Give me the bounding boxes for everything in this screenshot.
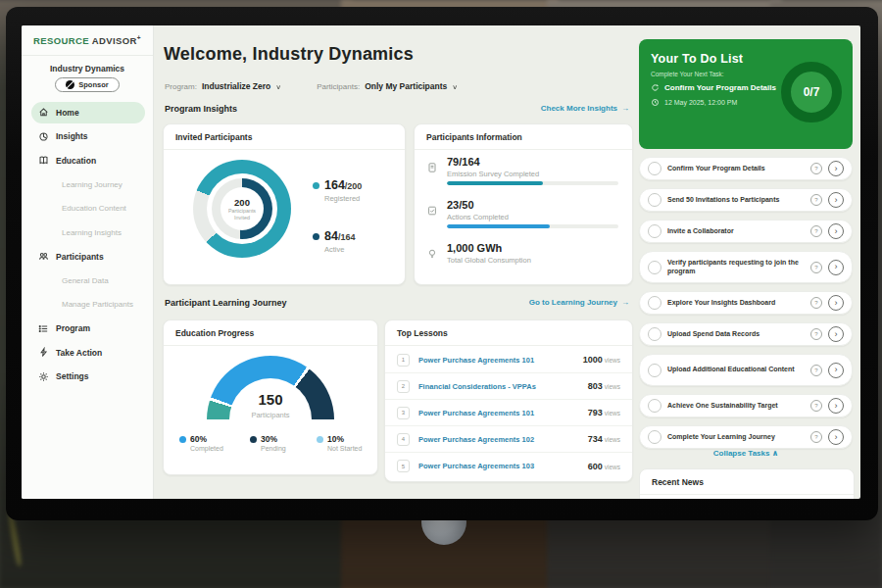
gauge-center-value: 150 bbox=[164, 391, 377, 408]
task-checkbox[interactable] bbox=[648, 327, 662, 341]
lesson-link[interactable]: Power Purchase Agreements 102 bbox=[418, 435, 588, 444]
info-icon[interactable]: ? bbox=[810, 163, 822, 174]
donut-center: 200 Participants Invited bbox=[220, 187, 264, 230]
task-checkbox[interactable] bbox=[648, 296, 662, 310]
sidebar-item-insights[interactable]: Insights bbox=[31, 126, 145, 148]
lesson-link[interactable]: Power Purchase Agreements 101 bbox=[418, 356, 583, 365]
sidebar-item-education-content[interactable]: Education Content bbox=[31, 198, 145, 220]
actions-icon bbox=[426, 203, 438, 215]
chevron-right-icon[interactable]: › bbox=[828, 429, 844, 445]
participants-info-card: Participants Information 79/164 Emission… bbox=[414, 123, 633, 285]
task-row-achieve-target[interactable]: Achieve One Sustainability Target ? › bbox=[639, 394, 853, 417]
todo-summary-card: Your To Do List Complete Your Next Task:… bbox=[639, 39, 853, 149]
sidebar-item-learning-journey[interactable]: Learning Journey bbox=[31, 174, 145, 196]
program-filter[interactable]: Program: Industrialize Zero ∨ bbox=[165, 81, 281, 91]
lesson-views-suffix: views bbox=[605, 383, 620, 390]
registered-total: /200 bbox=[345, 181, 363, 191]
info-icon[interactable]: ? bbox=[810, 365, 822, 376]
lesson-rank: 2 bbox=[397, 380, 410, 393]
chevron-right-icon[interactable]: › bbox=[828, 260, 844, 275]
sidebar-item-settings[interactable]: Settings bbox=[31, 367, 145, 388]
lesson-link[interactable]: Power Purchase Agreements 101 bbox=[418, 409, 588, 417]
program-filter-value: Industrialize Zero bbox=[202, 81, 270, 91]
lesson-views-wrap: 734views bbox=[588, 434, 620, 444]
todo-progress-ring: 0/7 bbox=[781, 62, 842, 122]
task-checkbox[interactable] bbox=[648, 430, 662, 444]
chevron-right-icon[interactable]: › bbox=[828, 223, 844, 239]
info-icon[interactable]: ? bbox=[810, 328, 822, 340]
check-more-insights-link[interactable]: Check More Insights→ bbox=[472, 104, 629, 113]
info-icon[interactable]: ? bbox=[810, 431, 822, 443]
chevron-right-icon[interactable]: › bbox=[828, 363, 844, 378]
task-row-explore-insights[interactable]: Explore Your Insights Dashboard ? › bbox=[639, 291, 853, 315]
completed-label: Completed bbox=[190, 445, 223, 452]
sidebar-item-label: General Data bbox=[62, 276, 109, 285]
chevron-right-icon[interactable]: › bbox=[828, 398, 844, 414]
program-insights-title: Program Insights bbox=[165, 104, 237, 114]
task-label: Verify participants requesting to join t… bbox=[662, 259, 810, 276]
info-icon[interactable]: ? bbox=[810, 400, 822, 412]
participants-filter[interactable]: Participants: Only My Participants ∨ bbox=[317, 81, 458, 91]
legend-completed: 60% Completed bbox=[179, 434, 223, 452]
task-label: Confirm Your Program Details bbox=[662, 165, 810, 173]
task-row-send-invitations[interactable]: Send 50 Invitations to Participants ? › bbox=[639, 188, 853, 212]
donut-center-label: Participants Invited bbox=[223, 208, 261, 221]
filters-row: Program: Industrialize Zero ∨ Participan… bbox=[165, 81, 458, 91]
survey-label: Emission Survey Completed bbox=[447, 170, 539, 178]
sidebar-item-learning-insights[interactable]: Learning Insights bbox=[31, 222, 145, 244]
sidebar-item-program[interactable]: Program bbox=[31, 318, 145, 340]
sidebar-item-label: Manage Participants bbox=[62, 300, 133, 309]
active-dot bbox=[313, 233, 319, 240]
sidebar-item-label: Learning Insights bbox=[62, 228, 122, 237]
book-icon bbox=[38, 155, 49, 166]
lesson-rank: 3 bbox=[397, 407, 410, 419]
task-checkbox[interactable] bbox=[648, 224, 662, 238]
info-icon[interactable]: ? bbox=[810, 262, 822, 273]
go-to-learning-journey-link[interactable]: Go to Learning Journey→ bbox=[472, 298, 629, 307]
chevron-right-icon[interactable]: › bbox=[828, 161, 844, 176]
registered-dot bbox=[313, 182, 319, 189]
info-icon[interactable]: ? bbox=[810, 297, 822, 309]
not-started-dot bbox=[317, 436, 323, 443]
sponsor-badge[interactable]: Sponsor bbox=[55, 77, 119, 92]
task-checkbox[interactable] bbox=[648, 364, 662, 377]
sponsor-label: Sponsor bbox=[78, 80, 108, 89]
lesson-views: 803 bbox=[588, 381, 603, 391]
active-total: /164 bbox=[338, 232, 356, 242]
sidebar-item-label: Home bbox=[56, 108, 79, 118]
task-checkbox[interactable] bbox=[648, 399, 662, 413]
sidebar-item-education[interactable]: Education bbox=[31, 150, 145, 172]
registered-value: 164 bbox=[324, 178, 345, 192]
info-icon[interactable]: ? bbox=[810, 225, 822, 237]
task-checkbox[interactable] bbox=[648, 261, 662, 274]
task-checkbox[interactable] bbox=[648, 162, 662, 175]
task-row-confirm-program[interactable]: Confirm Your Program Details ? › bbox=[639, 157, 853, 180]
org-name: Industry Dynamics bbox=[22, 64, 153, 74]
sidebar-item-general-data[interactable]: General Data bbox=[31, 270, 145, 292]
collapse-tasks-link[interactable]: Collapse Tasks ∧ bbox=[639, 449, 853, 458]
lesson-link[interactable]: Power Purchase Agreements 103 bbox=[418, 462, 588, 470]
task-row-invite-collaborator[interactable]: Invite a Collaborator ? › bbox=[639, 220, 853, 243]
task-row-upload-spend-data[interactable]: Upload Spend Data Records ? › bbox=[639, 322, 853, 346]
chevron-right-icon[interactable]: › bbox=[828, 295, 844, 311]
lesson-link[interactable]: Financial Considerations - VPPAs bbox=[418, 382, 588, 391]
top-lessons-card: Top Lessons 1 Power Purchase Agreements … bbox=[384, 319, 633, 482]
lesson-views: 600 bbox=[588, 462, 603, 471]
sidebar-item-participants[interactable]: Participants bbox=[31, 246, 145, 268]
task-row-complete-learning-journey[interactable]: Complete Your Learning Journey ? › bbox=[639, 425, 853, 449]
info-icon[interactable]: ? bbox=[810, 194, 822, 206]
task-row-verify-participants[interactable]: Verify participants requesting to join t… bbox=[639, 251, 853, 283]
app-logo: RESOURCE ADVISOR+ bbox=[22, 34, 153, 46]
sidebar-item-home[interactable]: Home bbox=[31, 102, 145, 123]
sidebar-item-take-action[interactable]: Take Action bbox=[31, 342, 145, 364]
actions-progress-bar bbox=[447, 224, 618, 228]
chevron-right-icon[interactable]: › bbox=[828, 326, 844, 342]
sidebar-item-manage-participants[interactable]: Manage Participants bbox=[31, 294, 145, 316]
task-checkbox[interactable] bbox=[648, 193, 662, 207]
survey-progress-bar bbox=[447, 181, 618, 185]
lesson-rank: 1 bbox=[397, 354, 410, 367]
logo-text-primary: RESOURCE bbox=[33, 35, 89, 46]
task-row-upload-educational-content[interactable]: Upload Additional Educational Content ? … bbox=[639, 354, 853, 386]
sidebar-item-label: Take Action bbox=[56, 348, 102, 358]
chevron-right-icon[interactable]: › bbox=[828, 192, 844, 208]
